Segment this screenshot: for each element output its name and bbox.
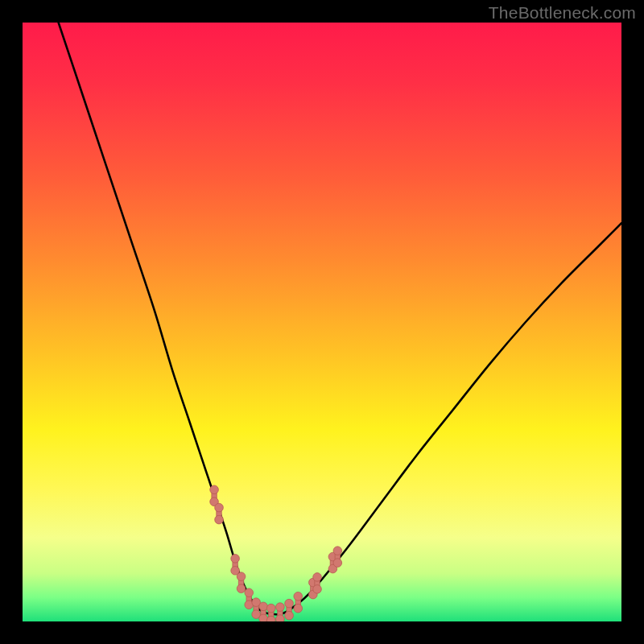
svg-point-7 (231, 555, 240, 564)
svg-point-4 (215, 503, 224, 512)
gradient-background (23, 23, 621, 621)
svg-point-37 (313, 573, 322, 582)
svg-point-20 (259, 614, 268, 621)
svg-point-10 (237, 572, 246, 581)
svg-point-29 (285, 611, 294, 620)
svg-point-1 (210, 485, 219, 494)
svg-point-43 (333, 547, 342, 555)
plot-area (23, 23, 621, 621)
watermark-text: TheBottleneck.com (489, 3, 636, 23)
svg-point-11 (237, 584, 246, 593)
svg-point-26 (276, 615, 285, 621)
svg-point-28 (285, 599, 294, 608)
svg-point-38 (313, 585, 322, 594)
chart-frame: TheBottleneck.com (0, 0, 644, 644)
svg-point-22 (266, 604, 275, 613)
svg-point-19 (259, 602, 268, 611)
svg-point-13 (245, 588, 254, 597)
svg-point-31 (294, 592, 303, 601)
svg-point-44 (333, 559, 342, 568)
svg-point-32 (294, 604, 303, 613)
svg-point-5 (215, 515, 224, 524)
chart-svg (23, 23, 621, 621)
svg-point-23 (266, 616, 275, 621)
svg-point-25 (276, 603, 285, 612)
